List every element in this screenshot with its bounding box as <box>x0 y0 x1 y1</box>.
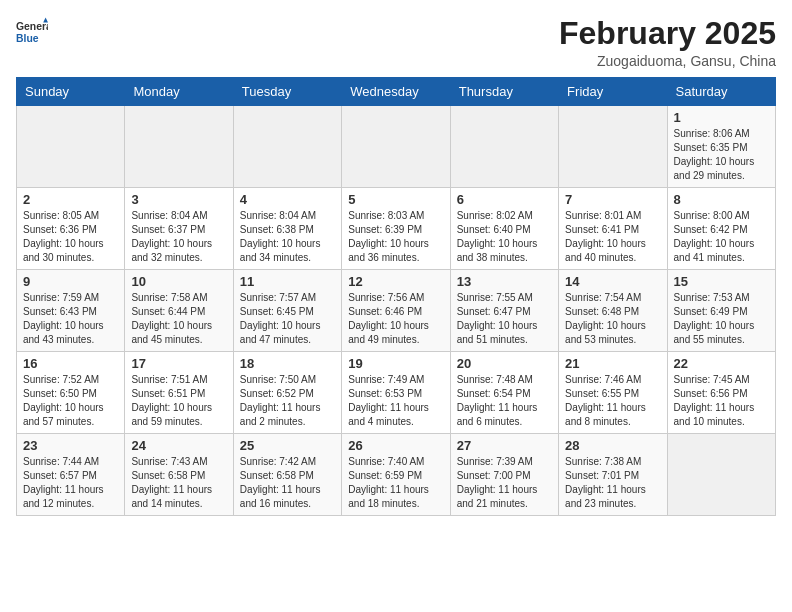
day-number: 20 <box>457 356 552 371</box>
day-number: 8 <box>674 192 769 207</box>
day-number: 26 <box>348 438 443 453</box>
subtitle: Zuogaiduoma, Gansu, China <box>559 53 776 69</box>
calendar-cell: 11Sunrise: 7:57 AM Sunset: 6:45 PM Dayli… <box>233 270 341 352</box>
calendar-cell <box>17 106 125 188</box>
calendar-cell: 18Sunrise: 7:50 AM Sunset: 6:52 PM Dayli… <box>233 352 341 434</box>
day-number: 14 <box>565 274 660 289</box>
calendar-cell: 24Sunrise: 7:43 AM Sunset: 6:58 PM Dayli… <box>125 434 233 516</box>
calendar-cell <box>125 106 233 188</box>
day-info: Sunrise: 7:45 AM Sunset: 6:56 PM Dayligh… <box>674 373 769 429</box>
calendar-cell <box>559 106 667 188</box>
day-info: Sunrise: 8:05 AM Sunset: 6:36 PM Dayligh… <box>23 209 118 265</box>
day-info: Sunrise: 7:56 AM Sunset: 6:46 PM Dayligh… <box>348 291 443 347</box>
day-info: Sunrise: 7:50 AM Sunset: 6:52 PM Dayligh… <box>240 373 335 429</box>
calendar-cell: 13Sunrise: 7:55 AM Sunset: 6:47 PM Dayli… <box>450 270 558 352</box>
page-header: General Blue February 2025 Zuogaiduoma, … <box>16 16 776 69</box>
day-info: Sunrise: 7:58 AM Sunset: 6:44 PM Dayligh… <box>131 291 226 347</box>
day-number: 3 <box>131 192 226 207</box>
day-info: Sunrise: 7:38 AM Sunset: 7:01 PM Dayligh… <box>565 455 660 511</box>
calendar-cell: 1Sunrise: 8:06 AM Sunset: 6:35 PM Daylig… <box>667 106 775 188</box>
day-info: Sunrise: 7:52 AM Sunset: 6:50 PM Dayligh… <box>23 373 118 429</box>
calendar-cell: 2Sunrise: 8:05 AM Sunset: 6:36 PM Daylig… <box>17 188 125 270</box>
day-info: Sunrise: 7:43 AM Sunset: 6:58 PM Dayligh… <box>131 455 226 511</box>
weekday-header-monday: Monday <box>125 78 233 106</box>
weekday-header-saturday: Saturday <box>667 78 775 106</box>
calendar-cell: 25Sunrise: 7:42 AM Sunset: 6:58 PM Dayli… <box>233 434 341 516</box>
calendar-cell: 27Sunrise: 7:39 AM Sunset: 7:00 PM Dayli… <box>450 434 558 516</box>
calendar-table: SundayMondayTuesdayWednesdayThursdayFrid… <box>16 77 776 516</box>
day-info: Sunrise: 7:40 AM Sunset: 6:59 PM Dayligh… <box>348 455 443 511</box>
day-number: 13 <box>457 274 552 289</box>
weekday-header-thursday: Thursday <box>450 78 558 106</box>
day-info: Sunrise: 7:39 AM Sunset: 7:00 PM Dayligh… <box>457 455 552 511</box>
day-info: Sunrise: 8:04 AM Sunset: 6:38 PM Dayligh… <box>240 209 335 265</box>
day-number: 5 <box>348 192 443 207</box>
calendar-cell: 17Sunrise: 7:51 AM Sunset: 6:51 PM Dayli… <box>125 352 233 434</box>
day-number: 9 <box>23 274 118 289</box>
calendar-cell: 20Sunrise: 7:48 AM Sunset: 6:54 PM Dayli… <box>450 352 558 434</box>
day-number: 22 <box>674 356 769 371</box>
day-info: Sunrise: 7:59 AM Sunset: 6:43 PM Dayligh… <box>23 291 118 347</box>
day-info: Sunrise: 7:49 AM Sunset: 6:53 PM Dayligh… <box>348 373 443 429</box>
calendar-cell: 14Sunrise: 7:54 AM Sunset: 6:48 PM Dayli… <box>559 270 667 352</box>
calendar-cell <box>450 106 558 188</box>
calendar-cell: 23Sunrise: 7:44 AM Sunset: 6:57 PM Dayli… <box>17 434 125 516</box>
week-row-5: 23Sunrise: 7:44 AM Sunset: 6:57 PM Dayli… <box>17 434 776 516</box>
day-number: 17 <box>131 356 226 371</box>
day-number: 11 <box>240 274 335 289</box>
calendar-cell: 4Sunrise: 8:04 AM Sunset: 6:38 PM Daylig… <box>233 188 341 270</box>
weekday-header-friday: Friday <box>559 78 667 106</box>
title-block: February 2025 Zuogaiduoma, Gansu, China <box>559 16 776 69</box>
day-number: 15 <box>674 274 769 289</box>
calendar-cell: 21Sunrise: 7:46 AM Sunset: 6:55 PM Dayli… <box>559 352 667 434</box>
day-info: Sunrise: 7:46 AM Sunset: 6:55 PM Dayligh… <box>565 373 660 429</box>
calendar-cell: 3Sunrise: 8:04 AM Sunset: 6:37 PM Daylig… <box>125 188 233 270</box>
calendar-cell <box>233 106 341 188</box>
week-row-4: 16Sunrise: 7:52 AM Sunset: 6:50 PM Dayli… <box>17 352 776 434</box>
weekday-header-wednesday: Wednesday <box>342 78 450 106</box>
calendar-cell: 6Sunrise: 8:02 AM Sunset: 6:40 PM Daylig… <box>450 188 558 270</box>
day-number: 28 <box>565 438 660 453</box>
logo-icon: General Blue <box>16 16 48 48</box>
weekday-header-tuesday: Tuesday <box>233 78 341 106</box>
weekday-header-row: SundayMondayTuesdayWednesdayThursdayFrid… <box>17 78 776 106</box>
day-info: Sunrise: 8:02 AM Sunset: 6:40 PM Dayligh… <box>457 209 552 265</box>
day-info: Sunrise: 7:42 AM Sunset: 6:58 PM Dayligh… <box>240 455 335 511</box>
day-info: Sunrise: 7:44 AM Sunset: 6:57 PM Dayligh… <box>23 455 118 511</box>
day-number: 18 <box>240 356 335 371</box>
svg-text:General: General <box>16 21 48 32</box>
day-info: Sunrise: 8:00 AM Sunset: 6:42 PM Dayligh… <box>674 209 769 265</box>
svg-marker-2 <box>43 18 48 23</box>
calendar-cell: 8Sunrise: 8:00 AM Sunset: 6:42 PM Daylig… <box>667 188 775 270</box>
day-info: Sunrise: 7:51 AM Sunset: 6:51 PM Dayligh… <box>131 373 226 429</box>
calendar-cell <box>667 434 775 516</box>
calendar-cell: 10Sunrise: 7:58 AM Sunset: 6:44 PM Dayli… <box>125 270 233 352</box>
day-info: Sunrise: 8:06 AM Sunset: 6:35 PM Dayligh… <box>674 127 769 183</box>
svg-text:Blue: Blue <box>16 33 39 44</box>
calendar-cell: 19Sunrise: 7:49 AM Sunset: 6:53 PM Dayli… <box>342 352 450 434</box>
day-number: 24 <box>131 438 226 453</box>
calendar-cell: 22Sunrise: 7:45 AM Sunset: 6:56 PM Dayli… <box>667 352 775 434</box>
day-number: 12 <box>348 274 443 289</box>
day-number: 16 <box>23 356 118 371</box>
calendar-cell: 16Sunrise: 7:52 AM Sunset: 6:50 PM Dayli… <box>17 352 125 434</box>
calendar-cell: 5Sunrise: 8:03 AM Sunset: 6:39 PM Daylig… <box>342 188 450 270</box>
day-number: 2 <box>23 192 118 207</box>
week-row-1: 1Sunrise: 8:06 AM Sunset: 6:35 PM Daylig… <box>17 106 776 188</box>
day-info: Sunrise: 7:54 AM Sunset: 6:48 PM Dayligh… <box>565 291 660 347</box>
calendar-cell: 15Sunrise: 7:53 AM Sunset: 6:49 PM Dayli… <box>667 270 775 352</box>
calendar-cell: 7Sunrise: 8:01 AM Sunset: 6:41 PM Daylig… <box>559 188 667 270</box>
day-number: 10 <box>131 274 226 289</box>
week-row-2: 2Sunrise: 8:05 AM Sunset: 6:36 PM Daylig… <box>17 188 776 270</box>
day-info: Sunrise: 8:01 AM Sunset: 6:41 PM Dayligh… <box>565 209 660 265</box>
calendar-cell: 28Sunrise: 7:38 AM Sunset: 7:01 PM Dayli… <box>559 434 667 516</box>
calendar-cell <box>342 106 450 188</box>
day-number: 1 <box>674 110 769 125</box>
calendar-cell: 26Sunrise: 7:40 AM Sunset: 6:59 PM Dayli… <box>342 434 450 516</box>
day-number: 27 <box>457 438 552 453</box>
day-number: 6 <box>457 192 552 207</box>
logo: General Blue <box>16 16 48 48</box>
weekday-header-sunday: Sunday <box>17 78 125 106</box>
day-number: 7 <box>565 192 660 207</box>
main-title: February 2025 <box>559 16 776 51</box>
